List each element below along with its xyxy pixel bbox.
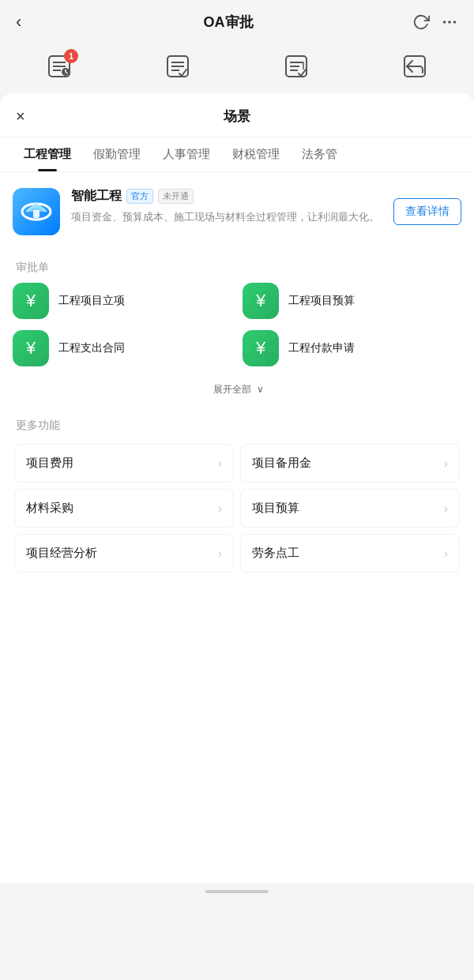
chevron-icon-2: › xyxy=(218,501,222,516)
approval-item-3[interactable]: ¥ 工程付款申请 xyxy=(243,330,461,366)
bottom-bar xyxy=(0,883,474,907)
svg-point-0 xyxy=(443,21,446,24)
more-item-label-1: 项目备用金 xyxy=(252,456,311,471)
tab-legal[interactable]: 法务管 xyxy=(291,137,348,171)
chevron-icon-4: › xyxy=(218,546,222,561)
more-icon[interactable] xyxy=(441,13,458,31)
badge-pending: 1 xyxy=(64,49,78,63)
approval-label-0: 工程项目立项 xyxy=(58,294,125,308)
modal-title: 场景 xyxy=(40,107,434,126)
more-item-label-4: 项目经营分析 xyxy=(26,546,97,561)
icon-bar: 1 xyxy=(0,44,474,93)
approval-item-2[interactable]: ¥ 工程支出合同 xyxy=(13,330,231,366)
icon-btn-received[interactable] xyxy=(282,52,310,81)
product-action: 查看详情 xyxy=(393,198,461,225)
modal-header: × 场景 xyxy=(0,93,474,137)
svg-point-1 xyxy=(448,21,451,24)
product-info: 智能工程 官方 未开通 项目资金、预算成本、施工现场与材料全过程管理，让利润最大… xyxy=(71,188,382,225)
chevron-icon-1: › xyxy=(444,456,448,471)
chevron-icon-5: › xyxy=(444,546,448,561)
back-button[interactable]: ‹ xyxy=(16,12,44,32)
more-section-label: 更多功能 xyxy=(0,406,474,441)
product-card: 智能工程 官方 未开通 项目资金、预算成本、施工现场与材料全过程管理，让利润最大… xyxy=(13,188,461,235)
expand-button[interactable]: 展开全部 ∨ xyxy=(0,373,474,406)
icon-btn-pending[interactable]: 1 xyxy=(45,52,73,81)
more-item-5[interactable]: 劳务点工 › xyxy=(240,534,460,573)
more-item-2[interactable]: 材料采购 › xyxy=(14,489,234,528)
approval-label-3: 工程付款申请 xyxy=(288,341,355,355)
expand-chevron-icon: ∨ xyxy=(257,384,264,395)
more-grid: 项目费用 › 项目备用金 › 材料采购 › 项目预算 › 项目经营分析 › 劳务… xyxy=(0,441,474,591)
more-item-label-2: 材料采购 xyxy=(26,501,73,516)
more-item-4[interactable]: 项目经营分析 › xyxy=(14,534,234,573)
chevron-icon-0: › xyxy=(218,456,222,471)
approval-icon-2: ¥ xyxy=(13,330,49,366)
product-name-row: 智能工程 官方 未开通 xyxy=(71,188,382,205)
approval-item-0[interactable]: ¥ 工程项目立项 xyxy=(13,283,231,319)
product-logo xyxy=(13,188,60,235)
more-item-0[interactable]: 项目费用 › xyxy=(14,444,234,482)
nav-actions xyxy=(412,13,458,31)
more-item-label-0: 项目费用 xyxy=(26,456,73,471)
tab-attendance[interactable]: 假勤管理 xyxy=(82,137,152,171)
product-name: 智能工程 xyxy=(71,188,122,205)
tab-hr[interactable]: 人事管理 xyxy=(152,137,221,171)
approval-label-1: 工程项目预算 xyxy=(288,294,355,308)
refresh-icon[interactable] xyxy=(412,13,430,31)
approval-icon-3: ¥ xyxy=(243,330,279,366)
more-item-label-3: 项目预算 xyxy=(252,501,299,516)
tab-tax[interactable]: 财税管理 xyxy=(221,137,291,171)
approval-label-2: 工程支出合同 xyxy=(58,341,125,355)
tab-engineering[interactable]: 工程管理 xyxy=(13,137,82,171)
modal-close-button[interactable]: × xyxy=(16,107,40,126)
icon-btn-sent[interactable] xyxy=(164,52,192,81)
top-nav: ‹ OA审批 xyxy=(0,0,474,44)
svg-point-2 xyxy=(453,21,457,24)
approval-icon-1: ¥ xyxy=(243,283,279,319)
category-tabs: 工程管理 假勤管理 人事管理 财税管理 法务管 xyxy=(0,137,474,172)
page-title: OA审批 xyxy=(44,13,412,32)
more-item-1[interactable]: 项目备用金 › xyxy=(240,444,460,482)
more-item-3[interactable]: 项目预算 › xyxy=(240,489,460,528)
chevron-icon-3: › xyxy=(444,501,448,516)
approval-grid: ¥ 工程项目立项 ¥ 工程项目预算 ¥ 工程支出合同 ¥ 工程付款申请 xyxy=(0,283,474,373)
approval-icon-0: ¥ xyxy=(13,283,49,319)
product-desc: 项目资金、预算成本、施工现场与材料全过程管理，让利润最大化。 xyxy=(71,209,382,225)
icon-btn-returned[interactable] xyxy=(401,52,429,81)
approval-item-1[interactable]: ¥ 工程项目预算 xyxy=(243,283,461,319)
approval-section-label: 审批单 xyxy=(0,248,474,283)
details-button[interactable]: 查看详情 xyxy=(393,198,461,225)
modal-card: × 场景 工程管理 假勤管理 人事管理 财税管理 法务管 智能工程 官方 未开通… xyxy=(0,93,474,883)
svg-rect-21 xyxy=(33,210,40,218)
home-indicator xyxy=(205,890,269,893)
tag-official: 官方 xyxy=(126,189,153,204)
tag-status: 未开通 xyxy=(158,189,194,204)
more-item-label-5: 劳务点工 xyxy=(252,546,299,561)
